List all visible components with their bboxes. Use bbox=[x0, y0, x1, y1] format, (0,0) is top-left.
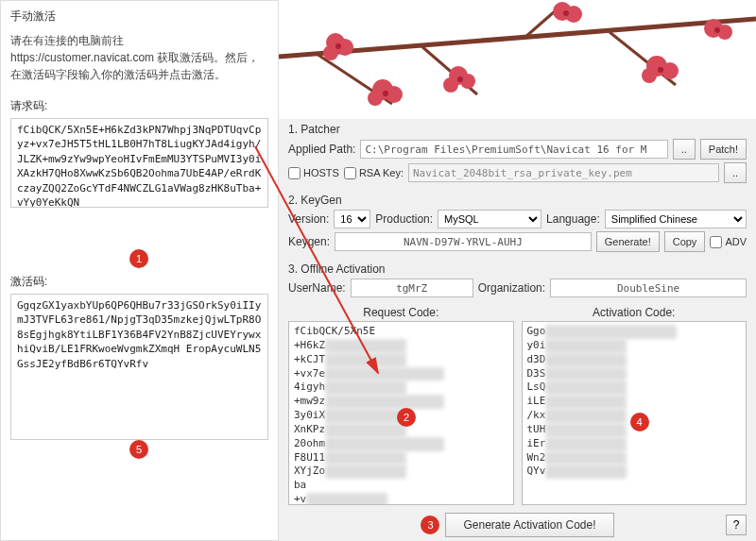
browse-rsa-button[interactable]: .. bbox=[724, 162, 747, 183]
dialog-description: 请在有连接的电脑前往 https://customer.navicat.com … bbox=[10, 32, 268, 83]
svg-point-11 bbox=[368, 91, 383, 106]
keygen-output[interactable] bbox=[335, 232, 592, 251]
language-select[interactable]: Simplified Chinese bbox=[605, 210, 747, 228]
step-badge-4: 4 bbox=[630, 413, 649, 431]
keygen-heading: 2. KeyGen bbox=[288, 194, 747, 207]
svg-point-25 bbox=[563, 10, 569, 16]
step-badge-5: 5 bbox=[129, 440, 148, 459]
svg-point-13 bbox=[460, 74, 475, 89]
username-label: UserName: bbox=[288, 281, 346, 295]
version-label: Version: bbox=[288, 212, 329, 226]
patcher-section: 1. Patcher Applied Path: .. Patch! HOSTS… bbox=[279, 119, 756, 190]
production-label: Production: bbox=[375, 212, 433, 226]
step-badge-1: 1 bbox=[129, 249, 148, 268]
activation-code-title: Activation Code: bbox=[522, 306, 747, 319]
keygen-label: Keygen: bbox=[288, 235, 330, 248]
language-label: Language: bbox=[546, 212, 600, 226]
keygen-section: 2. KeyGen Version: 16 Production: MySQL … bbox=[279, 190, 756, 259]
activation-code-textarea[interactable]: GgqzGX1yaxbYUp6QP6QHBu7r33jGSOrkSy0iIIym… bbox=[10, 294, 268, 440]
svg-point-27 bbox=[714, 27, 720, 33]
patcher-heading: 1. Patcher bbox=[288, 123, 747, 136]
request-code-textarea[interactable]: fCibQCK/5Xn5E+H6kZd3kPN7Whpj3NqPDTUqvCpy… bbox=[10, 118, 268, 208]
applied-path-label: Applied Path: bbox=[288, 143, 355, 156]
hosts-checkbox[interactable]: HOSTS bbox=[288, 167, 339, 179]
step-badge-3: 3 bbox=[421, 516, 439, 534]
activation-code-label: 激活码: bbox=[10, 274, 268, 290]
svg-point-22 bbox=[335, 43, 341, 49]
username-input[interactable] bbox=[351, 279, 473, 297]
generate-activation-button[interactable]: Generate Activation Code! bbox=[445, 513, 613, 537]
activation-dialog: 手动激活 请在有连接的电脑前往 https://customer.navicat… bbox=[0, 0, 279, 541]
offline-activation-section: 3. Offline Activation UserName: Organiza… bbox=[279, 259, 756, 304]
svg-point-26 bbox=[658, 67, 663, 73]
request-code-label: 请求码: bbox=[10, 98, 268, 114]
offline-heading: 3. Offline Activation bbox=[288, 262, 747, 276]
dialog-title: 手动激活 bbox=[10, 8, 268, 25]
generate-key-button[interactable]: Generate! bbox=[596, 231, 660, 252]
request-code-title: Request Code: bbox=[288, 306, 514, 319]
copy-key-button[interactable]: Copy bbox=[664, 231, 706, 252]
rsa-key-input bbox=[408, 163, 719, 182]
rsa-key-checkbox[interactable]: RSA Key: bbox=[344, 167, 404, 179]
adv-checkbox[interactable]: ADV bbox=[710, 236, 747, 248]
svg-point-23 bbox=[383, 91, 388, 96]
svg-point-19 bbox=[642, 68, 657, 83]
keygen-window: 1. Patcher Applied Path: .. Patch! HOSTS… bbox=[279, 0, 756, 541]
svg-point-18 bbox=[662, 62, 679, 79]
step-badge-2: 2 bbox=[397, 408, 416, 427]
production-select[interactable]: MySQL bbox=[438, 210, 541, 228]
svg-point-24 bbox=[457, 76, 463, 82]
organization-input[interactable] bbox=[550, 279, 747, 297]
svg-point-21 bbox=[717, 25, 732, 40]
svg-point-14 bbox=[443, 77, 458, 93]
browse-path-button[interactable]: .. bbox=[673, 139, 696, 160]
patch-button[interactable]: Patch! bbox=[700, 139, 747, 160]
version-select[interactable]: 16 bbox=[334, 210, 370, 228]
help-button[interactable]: ? bbox=[726, 515, 747, 535]
applied-path-input[interactable] bbox=[360, 140, 667, 159]
decorative-header bbox=[279, 0, 756, 119]
organization-label: Organization: bbox=[478, 281, 545, 295]
